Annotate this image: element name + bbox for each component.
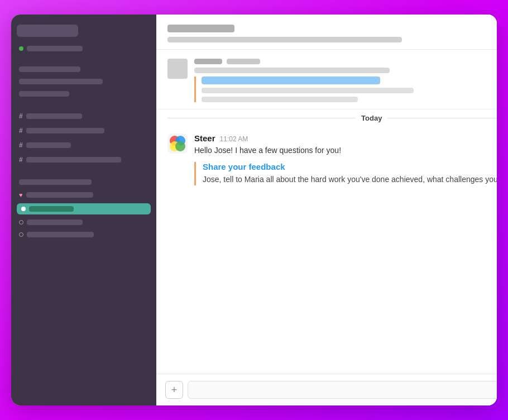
message-input[interactable] (188, 381, 497, 399)
msg-text-bar (194, 68, 390, 73)
channel-subtitle (167, 37, 402, 42)
active-status-dot (21, 207, 26, 211)
app-window: # # # # ♥ (11, 15, 497, 405)
hash-icon: # (19, 127, 23, 135)
new-message-block: Steer 11:02 AM Hello Jose! I have a few … (156, 127, 497, 192)
sidebar-label (19, 91, 69, 97)
msg-author-name: Steer (194, 133, 215, 143)
divider-line-right (387, 118, 497, 118)
quoted-bar-gray-1 (202, 88, 414, 93)
main-header (156, 15, 497, 50)
sidebar-status-row[interactable] (17, 45, 151, 52)
msg-author-row: Steer 11:02 AM (194, 133, 497, 143)
sidebar-channel-4[interactable]: # (17, 154, 151, 165)
channel-title (167, 25, 234, 32)
msg-timestamp: 11:02 AM (220, 135, 248, 143)
feedback-title: Share your feedback (203, 162, 497, 171)
old-message-block (156, 50, 497, 109)
quoted-bar-gray-2 (202, 97, 358, 102)
svg-point-3 (175, 141, 185, 151)
messages-area: Today Steer 11:02 AM (156, 50, 497, 374)
active-dm-label (29, 206, 74, 212)
sidebar-channel-2[interactable]: # (17, 125, 151, 136)
offline-status-dot (19, 220, 23, 225)
add-attachment-button[interactable]: + (165, 381, 183, 399)
sidebar-channel-1[interactable]: # (17, 111, 151, 122)
msg-body-text: Hello Jose! I have a few questions for y… (194, 145, 497, 156)
dm-label (27, 232, 94, 237)
sidebar-user-label (27, 46, 83, 51)
feedback-block: Share your feedback Jose, tell to Maria … (194, 162, 497, 185)
channel-label (26, 113, 82, 119)
new-msg-content: Steer 11:02 AM Hello Jose! I have a few … (194, 133, 497, 185)
sidebar-item-2[interactable] (17, 77, 151, 86)
sidebar-dm-header (17, 178, 151, 187)
sidebar-item-1[interactable] (17, 65, 151, 74)
date-divider-text: Today (361, 114, 382, 122)
old-msg-content (194, 59, 497, 102)
sidebar-label (19, 79, 103, 84)
sidebar-dm-active[interactable] (17, 203, 151, 214)
quoted-bar-blue (202, 77, 380, 84)
sidebar: # # # # ♥ (11, 15, 156, 405)
divider-line-left (167, 118, 356, 118)
feedback-body: Jose, tell to Maria all about the hard w… (203, 174, 497, 185)
online-status-dot (19, 46, 23, 51)
hash-icon: # (19, 112, 23, 120)
steer-avatar (167, 133, 188, 154)
sidebar-dm-item-2[interactable] (17, 230, 151, 239)
plus-icon: + (171, 384, 178, 396)
offline-status-dot (19, 232, 23, 237)
sidebar-workspace (17, 25, 78, 37)
old-msg-name-row (194, 59, 497, 64)
hash-icon: # (19, 141, 23, 149)
dm-header-label (19, 179, 92, 185)
sidebar-item-3[interactable] (17, 89, 151, 98)
sidebar-dm-item-1[interactable] (17, 218, 151, 227)
main-content: Today Steer 11:02 AM (156, 15, 497, 405)
avatar (167, 59, 188, 79)
hash-icon: # (19, 156, 23, 164)
quoted-block (194, 77, 497, 102)
sidebar-label (19, 66, 80, 72)
date-divider: Today (156, 109, 497, 127)
dm-label (26, 192, 93, 198)
channel-label (26, 128, 104, 133)
input-area: + (156, 374, 497, 405)
channel-label (26, 157, 121, 163)
sidebar-channel-3[interactable]: # (17, 140, 151, 151)
dm-label (27, 219, 83, 225)
heart-icon: ♥ (19, 192, 23, 198)
sidebar-dm-heart[interactable]: ♥ (17, 190, 151, 200)
sender-name-bar (194, 59, 222, 64)
timestamp-bar (227, 59, 260, 64)
channel-label (26, 142, 71, 148)
